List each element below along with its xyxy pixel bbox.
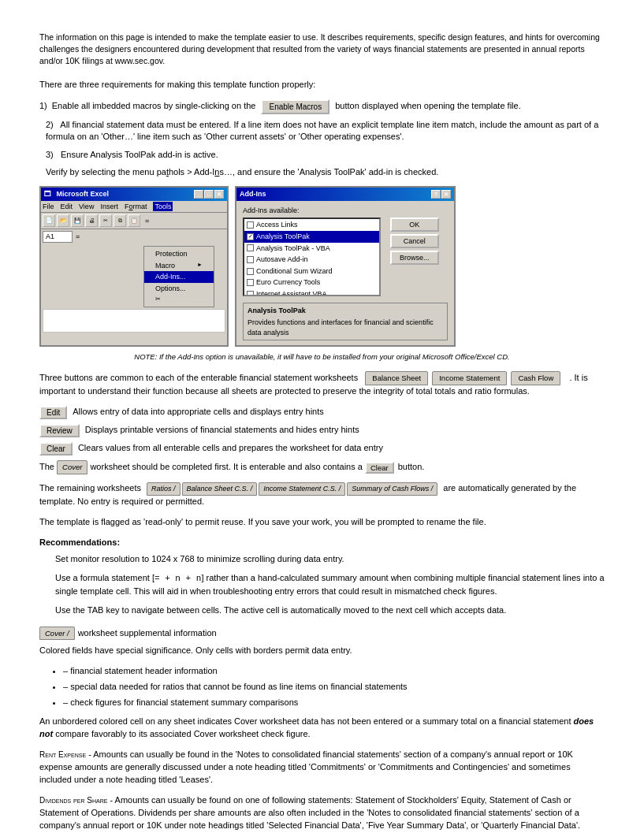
balance-sheet-tab[interactable]: Balance Sheet — [365, 371, 428, 385]
income-statement-tab[interactable]: Income Statement — [432, 371, 507, 385]
rec-item-3: Use the TAB key to navigate between cell… — [39, 604, 605, 617]
bullet-item-1: – financial statement header information — [63, 665, 605, 678]
menu-view[interactable]: View — [79, 202, 94, 212]
cover-tab-btn[interactable]: Cover — [57, 460, 87, 474]
addins-description-title: Analysis ToolPak — [248, 306, 443, 316]
addins-label-analysis-toolpak: Analysis ToolPak — [256, 232, 310, 242]
addins-item-autosave[interactable]: Autosave Add-in — [244, 254, 379, 266]
income-statement-cs-tab[interactable]: Income Statement C.S. / — [259, 482, 345, 496]
enable-macros-button[interactable]: Enable Macros — [261, 99, 329, 114]
name-box[interactable]: A1 — [43, 231, 73, 243]
buttons-intro-before: Three buttons are common to each of the … — [39, 373, 358, 382]
cover-intro: The Cover worksheet should be completed … — [39, 460, 605, 474]
submenu-extra[interactable]: ✂ — [144, 294, 214, 304]
addins-item-analysis-toolpak[interactable]: Analysis ToolPak — [244, 231, 379, 243]
addins-browse-button[interactable]: Browse... — [390, 251, 439, 265]
unbordered-note: An unbordered colored cell on any sheet … — [39, 716, 605, 741]
toolbar-save[interactable]: 💾 — [71, 214, 84, 227]
addins-label-internet-assistant: Internet Assistant VBA — [256, 289, 327, 296]
excel-close-btn[interactable]: ✕ — [214, 190, 224, 199]
menu-file[interactable]: File — [43, 202, 54, 212]
submenu-options[interactable]: Options... — [144, 283, 214, 295]
excel-minimize-btn[interactable]: _ — [194, 190, 203, 199]
excel-toolbar: 📄 📂 💾 🖨 ✂ ⧉ 📋 = — [41, 213, 227, 229]
submenu-protection[interactable]: Protection — [144, 248, 214, 260]
menu-edit[interactable]: Edit — [61, 202, 73, 212]
addins-available-label: Add-Ins available: — [243, 206, 448, 216]
excel-screenshot-area: 🗔 Microsoft Excel _ □ ✕ File Edit View I… — [39, 186, 605, 347]
cover-clear-button[interactable]: Clear — [365, 462, 394, 474]
addins-help-btn[interactable]: ? — [431, 190, 441, 199]
addins-ok-button[interactable]: OK — [390, 218, 439, 232]
item2-text: All financial statement data must be ent… — [46, 120, 598, 141]
addins-checkbox-access-links[interactable] — [247, 221, 254, 229]
cover-ws-intro: Colored fields have special significance… — [39, 645, 605, 657]
item3-num: 3) — [46, 150, 54, 159]
cash-flow-tab[interactable]: Cash Flow — [511, 371, 560, 385]
bullet-item-2: – special data needed for ratios that ca… — [63, 681, 605, 694]
addins-item-analysis-toolpak-vba[interactable]: Analysis ToolPak - VBA — [244, 243, 379, 255]
toolbar-copy[interactable]: ⧉ — [114, 214, 126, 227]
cover-ws-section-title: Cover / worksheet supplemental informati… — [39, 627, 605, 640]
excel-maximize-btn[interactable]: □ — [204, 190, 214, 199]
addins-checkbox-internet-assistant[interactable] — [247, 291, 254, 297]
requirement-item-3-label: 3) Ensure Analysis ToolPak add-in is act… — [39, 149, 605, 161]
toolbar-new[interactable]: 📄 — [43, 214, 55, 227]
addins-label-conditional-sum: Conditional Sum Wizard — [256, 266, 333, 277]
toolbar-equal: = — [145, 216, 149, 226]
rent-title: Rent Expense — [39, 750, 86, 759]
clear-description: Clears values from all enterable cells a… — [78, 442, 383, 454]
balance-sheet-cs-tab[interactable]: Balance Sheet C.S. / — [182, 482, 258, 496]
addins-titlebar-buttons: ? ✕ — [431, 190, 451, 199]
addins-titlebar: Add-Ins ? ✕ — [236, 188, 454, 201]
edit-button[interactable]: Edit — [39, 406, 67, 419]
ratios-tab[interactable]: Ratios / — [147, 482, 181, 496]
addins-label-euro-currency: Euro Currency Tools — [256, 277, 320, 288]
addins-item-access-links[interactable]: Access Links — [244, 219, 379, 231]
summary-cash-flows-tab[interactable]: Summary of Cash Flows / — [347, 482, 437, 496]
menu-format[interactable]: Format — [125, 202, 147, 212]
formula-bar-area: A1 = — [43, 231, 225, 243]
review-btn-row: Review Displays printable versions of fi… — [39, 424, 605, 437]
addins-item-euro-currency[interactable]: Euro Currency Tools — [244, 277, 379, 288]
addins-checkbox-conditional-sum[interactable] — [247, 268, 254, 275]
toolbar-paste[interactable]: 📋 — [128, 214, 140, 227]
addins-list: Access Links Analysis ToolPak Analysis T… — [243, 218, 381, 296]
buttons-intro: Three buttons are common to each of the … — [39, 371, 605, 398]
submenu-macro[interactable]: Macro — [144, 260, 214, 272]
review-button[interactable]: Review — [39, 424, 80, 437]
addins-checkbox-autosave[interactable] — [247, 256, 254, 263]
cover-ws-tab-label[interactable]: Cover / — [39, 627, 75, 640]
rec-item-2: Use a formula statement [= + n + n] rath… — [39, 572, 605, 598]
rent-paragraph: Rent Expense - Amounts can usually be fo… — [39, 749, 605, 787]
toolbar-open[interactable]: 📂 — [57, 214, 69, 227]
remaining-worksheets: The remaining worksheets Ratios / Balanc… — [39, 482, 605, 508]
excel-titlebar-buttons: _ □ ✕ — [194, 190, 224, 199]
addins-cancel-button[interactable]: Cancel — [390, 234, 439, 248]
toolbar-cut[interactable]: ✂ — [99, 214, 112, 227]
rec-item-2-text: Use a formula statement [= + n + n] rath… — [55, 573, 605, 596]
addins-checkbox-analysis-toolpak-vba[interactable] — [247, 244, 254, 251]
dividends-title: Dividends per Share — [39, 796, 107, 805]
menu-insert[interactable]: Insert — [100, 202, 118, 212]
clear-btn-row: Clear Clears values from all enterable c… — [39, 442, 605, 456]
rent-text: Amounts can usually be found in the 'Not… — [39, 749, 573, 784]
addins-checkbox-analysis-toolpak[interactable] — [247, 233, 254, 240]
item3-text: Ensure Analysis ToolPak add-in is active… — [61, 150, 218, 159]
submenu-addins[interactable]: Add-Ins... — [144, 271, 214, 283]
excel-spreadsheet-body — [43, 309, 225, 333]
menu-tools[interactable]: Tools — [153, 202, 173, 212]
addins-close-btn[interactable]: ✕ — [441, 190, 451, 199]
toolbar-print[interactable]: 🖨 — [85, 214, 98, 227]
addins-item-internet-assistant[interactable]: Internet Assistant VBA — [244, 288, 379, 296]
addins-label-autosave: Autosave Add-in — [256, 255, 308, 265]
addins-item-conditional-sum[interactable]: Conditional Sum Wizard — [244, 266, 379, 277]
addins-checkbox-euro-currency[interactable] — [247, 279, 254, 286]
addins-buttons: OK Cancel Browse... — [390, 218, 439, 296]
clear-button[interactable]: Clear — [39, 442, 73, 456]
dividends-paragraph: Dividends per Share - Amounts can usuall… — [39, 794, 605, 832]
item1-after: button displayed when opening the templa… — [335, 100, 520, 112]
item1-num: 1) — [39, 100, 47, 112]
requirement-item-1: 1) Enable all imbedded macros by single-… — [39, 99, 605, 114]
edit-btn-row: Edit Allows entry of data into appropria… — [39, 406, 605, 419]
